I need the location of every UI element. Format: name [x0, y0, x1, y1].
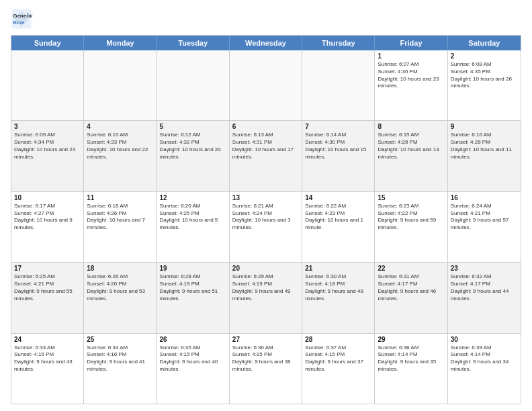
- day-number: 12: [160, 194, 226, 201]
- calendar-cell-1: 1Sunrise: 6:07 AM Sunset: 4:36 PM Daylig…: [375, 50, 447, 120]
- day-number: 26: [160, 336, 226, 343]
- day-info: Sunrise: 6:31 AM Sunset: 4:17 PM Dayligh…: [378, 273, 444, 302]
- calendar-row-0: 1Sunrise: 6:07 AM Sunset: 4:36 PM Daylig…: [11, 50, 521, 121]
- day-header-wednesday: Wednesday: [230, 36, 302, 50]
- day-number: 1: [378, 52, 444, 60]
- day-info: Sunrise: 6:35 AM Sunset: 4:15 PM Dayligh…: [160, 345, 226, 373]
- day-info: Sunrise: 6:13 AM Sunset: 4:31 PM Dayligh…: [232, 132, 299, 161]
- day-number: 28: [305, 336, 371, 343]
- calendar-cell-10: 10Sunrise: 6:17 AM Sunset: 4:27 PM Dayli…: [11, 192, 84, 262]
- day-header-thursday: Thursday: [302, 36, 375, 50]
- day-info: Sunrise: 6:21 AM Sunset: 4:24 PM Dayligh…: [232, 203, 299, 232]
- day-info: Sunrise: 6:39 AM Sunset: 4:14 PM Dayligh…: [451, 345, 518, 373]
- day-info: Sunrise: 6:14 AM Sunset: 4:30 PM Dayligh…: [305, 132, 371, 161]
- day-info: Sunrise: 6:16 AM Sunset: 4:28 PM Dayligh…: [451, 132, 518, 161]
- calendar-cell-21: 21Sunrise: 6:30 AM Sunset: 4:18 PM Dayli…: [302, 263, 375, 332]
- calendar-cell-12: 12Sunrise: 6:20 AM Sunset: 4:25 PM Dayli…: [157, 192, 230, 262]
- day-number: 13: [232, 194, 299, 201]
- page: General Blue SundayMondayTuesdayWednesda…: [0, 0, 532, 411]
- day-number: 15: [378, 194, 444, 201]
- day-number: 30: [451, 336, 518, 343]
- day-number: 24: [14, 336, 81, 343]
- calendar-cell-4: 4Sunrise: 6:10 AM Sunset: 4:33 PM Daylig…: [84, 121, 157, 191]
- calendar-cell-empty: [230, 50, 302, 120]
- day-info: Sunrise: 6:36 AM Sunset: 4:15 PM Dayligh…: [232, 345, 299, 373]
- day-info: Sunrise: 6:28 AM Sunset: 4:19 PM Dayligh…: [160, 273, 226, 302]
- day-number: 6: [232, 123, 299, 130]
- day-number: 5: [160, 123, 226, 130]
- day-info: Sunrise: 6:23 AM Sunset: 4:22 PM Dayligh…: [378, 203, 444, 232]
- calendar-cell-15: 15Sunrise: 6:23 AM Sunset: 4:22 PM Dayli…: [375, 192, 447, 262]
- day-number: 18: [87, 265, 153, 272]
- logo-icon: General Blue: [11, 8, 32, 30]
- day-info: Sunrise: 6:10 AM Sunset: 4:33 PM Dayligh…: [87, 132, 153, 161]
- day-info: Sunrise: 6:32 AM Sunset: 4:17 PM Dayligh…: [451, 273, 518, 302]
- day-number: 29: [378, 336, 444, 343]
- calendar-cell-6: 6Sunrise: 6:13 AM Sunset: 4:31 PM Daylig…: [230, 121, 302, 191]
- logo: General Blue: [11, 8, 35, 30]
- day-header-friday: Friday: [375, 36, 447, 50]
- calendar-cell-3: 3Sunrise: 6:09 AM Sunset: 4:34 PM Daylig…: [11, 121, 84, 191]
- calendar-cell-16: 16Sunrise: 6:24 AM Sunset: 4:21 PM Dayli…: [448, 192, 521, 262]
- calendar-cell-24: 24Sunrise: 6:33 AM Sunset: 4:16 PM Dayli…: [11, 334, 84, 404]
- calendar-cell-13: 13Sunrise: 6:21 AM Sunset: 4:24 PM Dayli…: [230, 192, 302, 262]
- calendar-cell-empty: [302, 50, 375, 120]
- calendar-header: SundayMondayTuesdayWednesdayThursdayFrid…: [11, 36, 521, 50]
- day-info: Sunrise: 6:17 AM Sunset: 4:27 PM Dayligh…: [14, 203, 81, 232]
- calendar-cell-empty: [11, 50, 84, 120]
- calendar-row-4: 24Sunrise: 6:33 AM Sunset: 4:16 PM Dayli…: [11, 334, 521, 404]
- calendar-cell-29: 29Sunrise: 6:38 AM Sunset: 4:14 PM Dayli…: [375, 334, 447, 404]
- calendar-body: 1Sunrise: 6:07 AM Sunset: 4:36 PM Daylig…: [11, 50, 521, 404]
- day-info: Sunrise: 6:38 AM Sunset: 4:14 PM Dayligh…: [378, 345, 444, 373]
- day-info: Sunrise: 6:08 AM Sunset: 4:35 PM Dayligh…: [451, 61, 518, 90]
- day-info: Sunrise: 6:33 AM Sunset: 4:16 PM Dayligh…: [14, 345, 81, 373]
- calendar-cell-2: 2Sunrise: 6:08 AM Sunset: 4:35 PM Daylig…: [448, 50, 521, 120]
- day-header-tuesday: Tuesday: [157, 36, 230, 50]
- day-info: Sunrise: 6:09 AM Sunset: 4:34 PM Dayligh…: [14, 132, 81, 161]
- calendar-row-2: 10Sunrise: 6:17 AM Sunset: 4:27 PM Dayli…: [11, 192, 521, 263]
- calendar-cell-5: 5Sunrise: 6:12 AM Sunset: 4:32 PM Daylig…: [157, 121, 230, 191]
- day-info: Sunrise: 6:15 AM Sunset: 4:28 PM Dayligh…: [378, 132, 444, 161]
- calendar-cell-28: 28Sunrise: 6:37 AM Sunset: 4:15 PM Dayli…: [302, 334, 375, 404]
- day-number: 21: [305, 265, 371, 272]
- calendar-cell-8: 8Sunrise: 6:15 AM Sunset: 4:28 PM Daylig…: [375, 121, 447, 191]
- day-info: Sunrise: 6:12 AM Sunset: 4:32 PM Dayligh…: [160, 132, 226, 161]
- day-number: 4: [87, 123, 153, 130]
- day-number: 22: [378, 265, 444, 272]
- svg-text:Blue: Blue: [13, 19, 25, 26]
- calendar-cell-7: 7Sunrise: 6:14 AM Sunset: 4:30 PM Daylig…: [302, 121, 375, 191]
- day-info: Sunrise: 6:25 AM Sunset: 4:21 PM Dayligh…: [14, 273, 81, 302]
- day-info: Sunrise: 6:34 AM Sunset: 4:16 PM Dayligh…: [87, 345, 153, 373]
- calendar-cell-25: 25Sunrise: 6:34 AM Sunset: 4:16 PM Dayli…: [84, 334, 157, 404]
- day-number: 7: [305, 123, 371, 130]
- day-info: Sunrise: 6:07 AM Sunset: 4:36 PM Dayligh…: [378, 61, 444, 90]
- calendar: SundayMondayTuesdayWednesdayThursdayFrid…: [11, 35, 521, 404]
- calendar-cell-20: 20Sunrise: 6:29 AM Sunset: 4:19 PM Dayli…: [230, 263, 302, 332]
- calendar-row-1: 3Sunrise: 6:09 AM Sunset: 4:34 PM Daylig…: [11, 121, 521, 191]
- day-number: 20: [232, 265, 299, 272]
- day-info: Sunrise: 6:26 AM Sunset: 4:20 PM Dayligh…: [87, 273, 153, 302]
- calendar-cell-17: 17Sunrise: 6:25 AM Sunset: 4:21 PM Dayli…: [11, 263, 84, 332]
- day-number: 8: [378, 123, 444, 130]
- day-number: 17: [14, 265, 81, 272]
- calendar-cell-23: 23Sunrise: 6:32 AM Sunset: 4:17 PM Dayli…: [448, 263, 521, 332]
- calendar-cell-empty: [84, 50, 157, 120]
- day-number: 23: [451, 265, 518, 272]
- day-info: Sunrise: 6:30 AM Sunset: 4:18 PM Dayligh…: [305, 273, 371, 302]
- day-number: 10: [14, 194, 81, 201]
- calendar-cell-30: 30Sunrise: 6:39 AM Sunset: 4:14 PM Dayli…: [448, 334, 521, 404]
- calendar-cell-14: 14Sunrise: 6:22 AM Sunset: 4:23 PM Dayli…: [302, 192, 375, 262]
- calendar-cell-19: 19Sunrise: 6:28 AM Sunset: 4:19 PM Dayli…: [157, 263, 230, 332]
- calendar-row-3: 17Sunrise: 6:25 AM Sunset: 4:21 PM Dayli…: [11, 263, 521, 333]
- header: General Blue: [11, 8, 521, 30]
- day-number: 25: [87, 336, 153, 343]
- day-number: 27: [232, 336, 299, 343]
- day-number: 11: [87, 194, 153, 201]
- day-info: Sunrise: 6:37 AM Sunset: 4:15 PM Dayligh…: [305, 345, 371, 373]
- day-number: 2: [451, 52, 518, 60]
- day-number: 3: [14, 123, 81, 130]
- day-info: Sunrise: 6:22 AM Sunset: 4:23 PM Dayligh…: [305, 203, 371, 232]
- calendar-cell-18: 18Sunrise: 6:26 AM Sunset: 4:20 PM Dayli…: [84, 263, 157, 332]
- day-number: 19: [160, 265, 226, 272]
- day-info: Sunrise: 6:29 AM Sunset: 4:19 PM Dayligh…: [232, 273, 299, 302]
